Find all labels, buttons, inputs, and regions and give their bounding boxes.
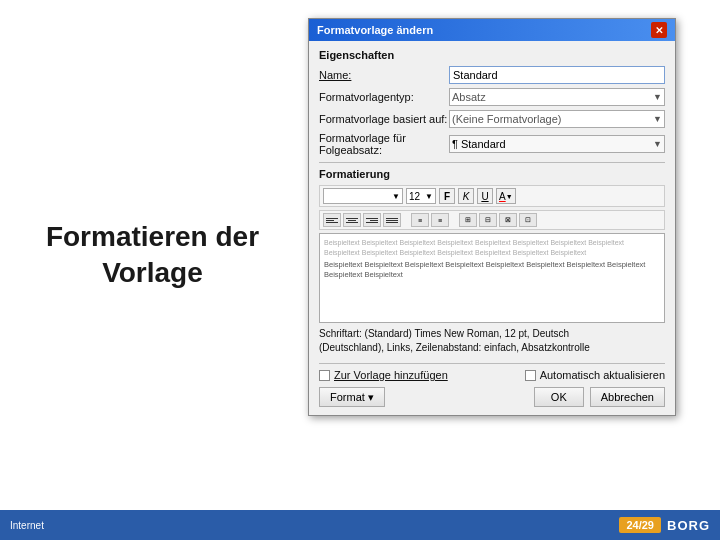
align-btn-6[interactable]: ≡ bbox=[431, 213, 449, 227]
dialog-title: Formatvorlage ändern bbox=[317, 24, 433, 36]
align-btn-7[interactable]: ⊞ bbox=[459, 213, 477, 227]
align-center-button[interactable] bbox=[343, 213, 361, 227]
chevron-down-icon: ▼ bbox=[425, 192, 433, 201]
folgeabsatz-label: Formatvorlage für Folgeabsatz: bbox=[319, 132, 449, 156]
hinzufuegen-label: Zur Vorlage hinzufügen bbox=[334, 369, 448, 381]
align-btn-5[interactable]: ≡ bbox=[411, 213, 429, 227]
chevron-down-icon: ▼ bbox=[653, 92, 662, 102]
internet-label: Internet bbox=[10, 520, 44, 531]
dialog-titlebar: Formatvorlage ändern ✕ bbox=[309, 19, 675, 41]
close-button[interactable]: ✕ bbox=[651, 22, 667, 38]
folgeabsatz-select[interactable]: ¶ Standard ▼ bbox=[449, 135, 665, 153]
align-left-button[interactable] bbox=[323, 213, 341, 227]
aktualisieren-label: Automatisch aktualisieren bbox=[540, 369, 665, 381]
color-button[interactable]: A ▼ bbox=[496, 188, 516, 204]
slide-area: Formatieren der Vorlage bbox=[0, 0, 305, 510]
basiert-label: Formatvorlage basiert auf: bbox=[319, 113, 449, 125]
aktualisieren-checkbox[interactable] bbox=[525, 370, 536, 381]
borg-logo: BORG bbox=[667, 518, 710, 533]
italic-button[interactable]: K bbox=[458, 188, 474, 204]
dialog-body: Eigenschaften Name: Formatvorlagentyp: A… bbox=[309, 41, 675, 415]
align-btn-10[interactable]: ⊡ bbox=[519, 213, 537, 227]
basiert-row: Formatvorlage basiert auf: (Keine Format… bbox=[319, 110, 665, 128]
properties-section: Name: Formatvorlagentyp: Absatz ▼ Format… bbox=[319, 66, 665, 156]
bold-button[interactable]: F bbox=[439, 188, 455, 204]
slide-title: Formatieren der Vorlage bbox=[46, 219, 259, 292]
hinzufuegen-checkbox[interactable] bbox=[319, 370, 330, 381]
formatvorlagentyp-select[interactable]: Absatz ▼ bbox=[449, 88, 665, 106]
cancel-button[interactable]: Abbrechen bbox=[590, 387, 665, 407]
font-size-select[interactable]: 12 ▼ bbox=[406, 188, 436, 204]
name-label: Name: bbox=[319, 69, 449, 81]
bottom-right: 24/29 BORG bbox=[619, 517, 710, 533]
chevron-down-icon: ▼ bbox=[392, 192, 400, 201]
dialog-box: Formatvorlage ändern ✕ Eigenschaften Nam… bbox=[308, 18, 676, 416]
align-btn-8[interactable]: ⊟ bbox=[479, 213, 497, 227]
bottom-bar: Internet 24/29 BORG bbox=[0, 510, 720, 540]
preview-box: Beispieltext Beispieltext Beispieltext B… bbox=[319, 233, 665, 323]
formatvorlagentyp-row: Formatvorlagentyp: Absatz ▼ bbox=[319, 88, 665, 106]
preview-text-gray: Beispieltext Beispieltext Beispieltext B… bbox=[324, 238, 660, 258]
preview-text-main: Beispieltext Beispieltext Beispieltext B… bbox=[324, 260, 660, 281]
btn-group-right: OK Abbrechen bbox=[534, 387, 665, 407]
chevron-down-icon: ▼ bbox=[653, 114, 662, 124]
page-badge: 24/29 bbox=[619, 517, 661, 533]
format-description: Schriftart: (Standard) Times New Roman, … bbox=[319, 327, 665, 355]
folgeabsatz-row: Formatvorlage für Folgeabsatz: ¶ Standar… bbox=[319, 132, 665, 156]
format-button[interactable]: Format ▾ bbox=[319, 387, 385, 407]
eigenschaften-label: Eigenschaften bbox=[319, 49, 665, 61]
align-right-button[interactable] bbox=[363, 213, 381, 227]
font-toolbar: ▼ 12 ▼ F K U A ▼ bbox=[319, 185, 665, 207]
align-justify-button[interactable] bbox=[383, 213, 401, 227]
buttons-row: Format ▾ OK Abbrechen bbox=[319, 387, 665, 407]
hinzufuegen-group: Zur Vorlage hinzufügen bbox=[319, 369, 448, 381]
align-btn-9[interactable]: ⊠ bbox=[499, 213, 517, 227]
aktualisieren-group: Automatisch aktualisieren bbox=[525, 369, 665, 381]
formatierung-section: ▼ 12 ▼ F K U A ▼ bbox=[319, 185, 665, 355]
chevron-down-icon: ▼ bbox=[506, 193, 513, 200]
align-toolbar: ≡ ≡ ⊞ ⊟ ⊠ ⊡ bbox=[319, 210, 665, 230]
ok-button[interactable]: OK bbox=[534, 387, 584, 407]
formatierung-label: Formatierung bbox=[319, 168, 665, 180]
basiert-select[interactable]: (Keine Formatvorlage) ▼ bbox=[449, 110, 665, 128]
font-select[interactable]: ▼ bbox=[323, 188, 403, 204]
formatvorlagentyp-label: Formatvorlagentyp: bbox=[319, 91, 449, 103]
underline-button[interactable]: U bbox=[477, 188, 493, 204]
chevron-down-icon: ▼ bbox=[653, 139, 662, 149]
checkbox-row: Zur Vorlage hinzufügen Automatisch aktua… bbox=[319, 369, 665, 381]
name-input[interactable] bbox=[449, 66, 665, 84]
name-row: Name: bbox=[319, 66, 665, 84]
